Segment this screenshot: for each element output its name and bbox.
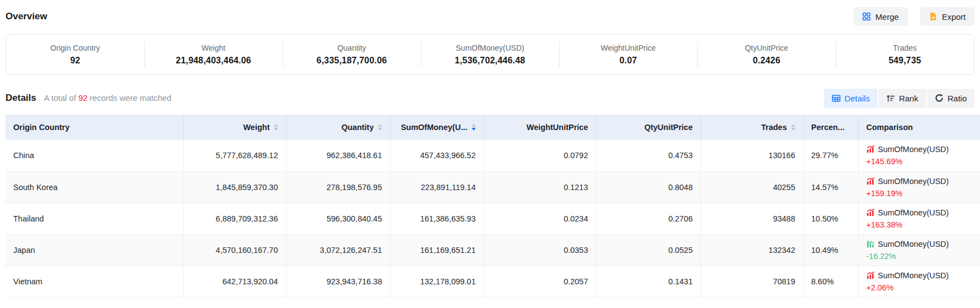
export-button-label: Export xyxy=(942,12,966,21)
origin-country-cell: Japan xyxy=(6,234,183,266)
quantity-cell: 278,198,576.95 xyxy=(286,171,390,203)
col-weight-unit-price: WeightUnitPrice xyxy=(484,115,596,140)
table-row: Thailand6,889,709,312.36596,300,840.4516… xyxy=(6,203,980,234)
col-quantity[interactable]: Quantity xyxy=(286,115,390,140)
export-file-icon xyxy=(929,12,938,21)
stat-label: QtyUnitPrice xyxy=(700,44,833,52)
percentage-cell: 8.60% xyxy=(803,266,858,297)
comparison-change-value: +163.38% xyxy=(867,219,980,231)
col-percentage: Percen... xyxy=(803,115,858,140)
quantity-cell: 596,300,840.45 xyxy=(286,203,390,234)
top-actions: Merge Export xyxy=(853,7,974,26)
table-header-row: Origin Country Weight Quantity SumOfMone… xyxy=(6,115,980,140)
trend-chart-icon xyxy=(867,272,875,279)
comparison-cell: SumOfMoney(USD)+145.69% xyxy=(858,140,980,171)
table-row: Japan4,570,160,167.703,072,126,247.51161… xyxy=(6,234,980,266)
sort-control-quantity[interactable] xyxy=(378,124,382,131)
percentage-cell: 10.50% xyxy=(803,203,858,234)
qty-unit-price-cell: 0.1431 xyxy=(596,266,701,297)
col-weight[interactable]: Weight xyxy=(183,115,286,140)
stat-weight-unit-price: WeightUnitPrice 0.07 xyxy=(559,40,697,69)
stat-value: 21,948,403,464.06 xyxy=(147,56,280,66)
stat-value: 549,735 xyxy=(838,56,972,66)
sum-of-money-cell: 223,891,119.14 xyxy=(390,171,484,203)
comparison-metric-label: SumOfMoney(USD) xyxy=(878,207,949,219)
origin-country-cell: South Korea xyxy=(6,171,183,203)
sum-of-money-cell: 457,433,966.52 xyxy=(390,140,484,171)
export-button[interactable]: Export xyxy=(920,7,974,26)
weight-unit-price-cell: 0.2057 xyxy=(484,266,596,297)
details-table: Origin Country Weight Quantity SumOfMone… xyxy=(6,115,980,298)
record-count: 92 xyxy=(76,93,90,102)
details-heading: Details A total of92records were matched xyxy=(6,93,171,104)
tab-label: Details xyxy=(844,94,870,103)
origin-country-cell: Thailand xyxy=(6,203,183,234)
col-qty-unit-price: QtyUnitPrice xyxy=(596,115,701,140)
stat-origin-country: Origin Country 92 xyxy=(6,40,144,69)
trades-cell: 40255 xyxy=(701,171,803,203)
sort-control-sum-of-money[interactable] xyxy=(472,124,476,131)
trend-chart-icon xyxy=(867,177,875,185)
comparison-cell: SumOfMoney(USD)+163.38% xyxy=(858,203,980,234)
qty-unit-price-cell: 0.2706 xyxy=(596,203,701,234)
table-row: South Korea1,845,859,370.30278,198,576.9… xyxy=(6,171,980,203)
stat-value: 92 xyxy=(8,56,142,66)
stat-label: Trades xyxy=(838,44,972,52)
page: Overview Merge xyxy=(0,7,980,108)
stat-value: 0.07 xyxy=(561,56,695,66)
stat-label: SumOfMoney(USD) xyxy=(423,44,557,52)
details-bar: Details A total of92records were matched… xyxy=(6,88,974,108)
details-table-wrap: Origin Country Weight Quantity SumOfMone… xyxy=(6,115,980,298)
weight-cell: 4,570,160,167.70 xyxy=(183,234,286,266)
stat-sum-of-money: SumOfMoney(USD) 1,536,702,446.48 xyxy=(421,40,559,69)
trades-cell: 130166 xyxy=(701,140,803,171)
rank-sort-icon xyxy=(886,94,895,102)
weight-unit-price-cell: 0.0353 xyxy=(484,234,596,266)
stat-label: Weight xyxy=(147,44,280,52)
ratio-pie-icon xyxy=(935,94,944,102)
sort-control-trades[interactable] xyxy=(791,124,795,131)
stat-weight: Weight 21,948,403,464.06 xyxy=(144,40,283,69)
trend-chart-icon xyxy=(867,240,875,248)
weight-cell: 5,777,628,489.12 xyxy=(183,140,286,171)
sum-of-money-cell: 161,169,651.21 xyxy=(390,234,484,266)
stat-label: Origin Country xyxy=(8,44,142,52)
qty-unit-price-cell: 0.4753 xyxy=(596,140,701,171)
comparison-change-value: +159.19% xyxy=(867,187,980,199)
comparison-cell: SumOfMoney(USD)-16.22% xyxy=(858,234,980,266)
details-title: Details xyxy=(6,93,36,104)
weight-cell: 6,889,709,312.36 xyxy=(183,203,286,234)
comparison-cell: SumOfMoney(USD)+159.19% xyxy=(858,171,980,203)
merge-icon xyxy=(862,12,871,21)
col-comparison: Comparison xyxy=(858,115,980,140)
qty-unit-price-cell: 0.8048 xyxy=(596,171,701,203)
tab-label: Rank xyxy=(899,94,918,103)
percentage-cell: 29.77% xyxy=(803,140,858,171)
comparison-metric-label: SumOfMoney(USD) xyxy=(878,175,949,187)
merge-button[interactable]: Merge xyxy=(853,7,908,26)
sort-control-weight[interactable] xyxy=(274,124,278,131)
comparison-change-value: +145.69% xyxy=(867,155,980,167)
trades-cell: 132342 xyxy=(701,234,803,266)
tab-ratio-view[interactable]: Ratio xyxy=(927,89,974,108)
col-trades[interactable]: Trades xyxy=(701,115,803,140)
stat-value: 6,335,187,700.06 xyxy=(285,56,419,66)
tab-details-view[interactable]: Details xyxy=(824,89,878,108)
stat-label: WeightUnitPrice xyxy=(561,44,695,52)
weight-cell: 1,845,859,370.30 xyxy=(183,171,286,203)
details-summary: A total of92records were matched xyxy=(44,93,171,102)
percentage-cell: 14.57% xyxy=(803,171,858,203)
tab-rank-view[interactable]: Rank xyxy=(879,89,926,108)
stat-value: 1,536,702,446.48 xyxy=(423,56,557,66)
col-sum-of-money[interactable]: SumOfMoney(U... xyxy=(390,115,484,140)
stat-label: Quantity xyxy=(285,44,419,52)
comparison-metric-label: SumOfMoney(USD) xyxy=(878,238,949,250)
trend-chart-icon xyxy=(867,209,875,217)
table-row: China5,777,628,489.12962,386,418.61457,4… xyxy=(6,140,980,171)
weight-unit-price-cell: 0.0234 xyxy=(484,203,596,234)
comparison-cell: SumOfMoney(USD)+2.06% xyxy=(858,266,980,297)
qty-unit-price-cell: 0.0525 xyxy=(596,234,701,266)
top-bar: Overview Merge xyxy=(6,7,974,26)
table-row: Vietnam642,713,920.04923,943,716.38132,1… xyxy=(6,266,980,297)
weight-cell: 642,713,920.04 xyxy=(183,266,286,297)
